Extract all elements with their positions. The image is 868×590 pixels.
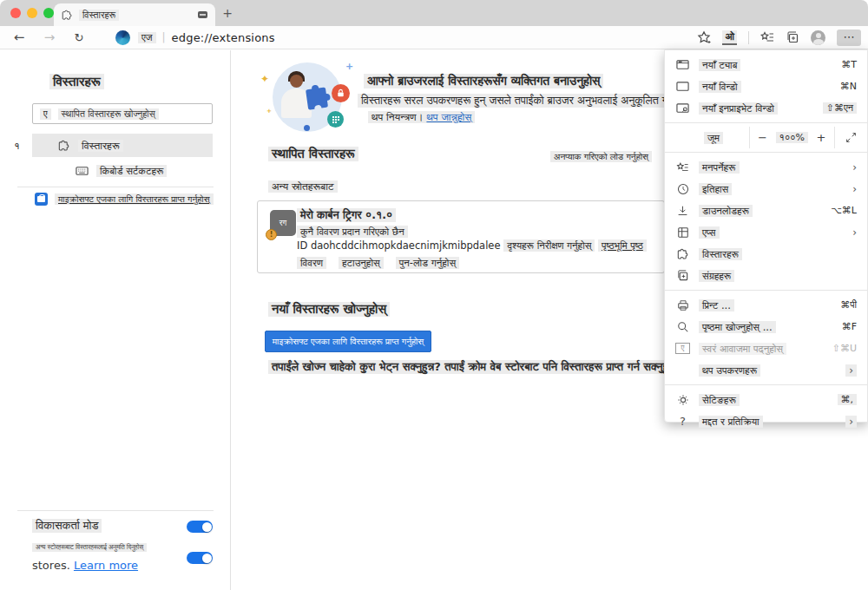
close-window-button[interactable] [10, 8, 21, 18]
menu-item-new-tab[interactable]: नयाँ ट्याब ⌘T [665, 54, 867, 75]
favorite-star-icon[interactable] [697, 30, 711, 44]
get-extensions-button[interactable]: माइक्रोसफ्ट एजका लागि विस्तारहरू प्राप्त… [265, 331, 431, 352]
menu-item-label: स्वरं आवाजमा पढ्नुहोस् [699, 343, 786, 355]
menu-divider [665, 384, 867, 385]
sparkle-icon: + [345, 61, 353, 72]
menu-item-apps[interactable]: एप्स › [665, 221, 867, 243]
search-input[interactable]: ए स्थापित विस्तारहरू खोज्नुहोस् [32, 103, 213, 124]
puzzle-icon [58, 140, 70, 152]
settings-and-more-button[interactable]: ⋯ [837, 30, 861, 46]
collections-icon[interactable] [786, 30, 799, 44]
toolbar-divider [748, 31, 749, 44]
calculator-icon [327, 111, 344, 128]
menu-item-collections[interactable]: संग्रहहरू [665, 265, 867, 286]
sparkle-icon: ＋ [266, 106, 273, 115]
sidebar-item-keyboard-shortcuts[interactable]: किबोर्ड सर्टकटहरू [32, 161, 213, 181]
search-icon: ए [40, 108, 51, 120]
tab-title: विस्तारहरू [79, 10, 119, 21]
menu-item-help-and-feedback[interactable]: ? मद्दत र प्रतिक्रिया › [665, 410, 867, 432]
menu-divider [665, 290, 867, 291]
menu-item-extensions[interactable]: विस्तारहरू [665, 243, 867, 265]
zoom-out-button[interactable]: − [750, 131, 776, 144]
lock-icon [332, 84, 350, 102]
extension-actions: विवरण हटाउनुहोस् पुन-लोड गर्नुहोस् [297, 257, 459, 269]
background-page-link[interactable]: पृष्ठभूमि पृष्ठ [598, 239, 647, 252]
inspect-views-label: दृश्यहरू निरीक्षण गर्नुहोस् [503, 239, 595, 252]
menu-item-label: डाउनलोडहरू [699, 205, 753, 217]
menu-item-find-on-page[interactable]: पृष्ठमा खोज्नुहोस् ... ⌘F [665, 316, 867, 338]
menu-item-new-inprivate-window[interactable]: नयाँ इनप्राइभेट विन्डो ⇧⌘एन [665, 97, 867, 119]
chrome-store-note: तपाईंले खोज्न चाहेको कुरा भेट्न सक्नुहुन… [268, 360, 683, 374]
tab-bar: विस्तारहरू + [0, 0, 868, 26]
active-tab[interactable]: विस्तारहरू [54, 3, 215, 26]
menu-item-downloads[interactable]: डाउनलोडहरू ⌥⌘L [665, 200, 867, 221]
menu-item-shortcut: ⇧⌘एन [823, 102, 857, 114]
developer-mode-label: विकासकर्ता मोड [32, 519, 102, 533]
hero-illustration: ✦ + ＋ [260, 61, 361, 135]
load-unpacked-button[interactable]: अनप्याक गरिएको लोड गर्नुहोस् [550, 151, 652, 162]
toolbar: ← → ↻ एज | edge://extensions ओ ⋯ [0, 26, 868, 49]
extension-description: कुनै विवरण प्रदान गरिएको छैन [297, 226, 408, 238]
favorites-list-icon[interactable] [760, 30, 774, 44]
zoom-in-button[interactable]: + [808, 131, 834, 144]
maximize-window-button[interactable] [43, 8, 54, 18]
apps-icon [675, 226, 690, 239]
new-tab-icon [675, 59, 690, 70]
sparkle-icon: ✦ [260, 73, 269, 85]
downloads-icon [675, 205, 690, 217]
menu-item-settings[interactable]: सेटिङहरू ⌘, [665, 389, 867, 410]
puzzle-favicon-icon [62, 10, 73, 21]
menu-item-print[interactable]: प्रिन्ट ... ⌘पी [665, 294, 867, 316]
sidebar-item-extensions[interactable]: विस्तारहरू [32, 134, 213, 157]
address-bar[interactable]: edge://extensions [172, 31, 275, 44]
forward-button[interactable]: → [39, 30, 60, 45]
browser-menu: नयाँ ट्याब ⌘T नयाँ विन्डो ⌘N नयाँ इनप्रा… [664, 49, 868, 423]
back-button[interactable]: ← [9, 30, 30, 45]
allow-other-stores-toggle[interactable] [187, 552, 213, 564]
learn-more-link[interactable]: थप जान्नुहोस् [426, 111, 471, 123]
menu-item-label: थप उपकरणहरू [699, 364, 760, 377]
collections-icon [675, 269, 690, 282]
zoom-label: जूम [704, 132, 723, 144]
menu-item-label: पृष्ठमा खोज्नुहोस् ... [699, 321, 776, 333]
tab-indicator-icon [198, 11, 207, 18]
chevron-right-icon: › [852, 183, 857, 195]
details-button[interactable]: विवरण [297, 257, 326, 269]
sidebar-item-label: विस्तारहरू [78, 140, 123, 152]
menu-item-shortcut: ⌘T [841, 59, 857, 70]
menu-item-favorites[interactable]: मनपर्नेहरू › [665, 156, 867, 178]
read-aloud-icon: ए [675, 343, 690, 354]
profile-avatar[interactable] [811, 30, 825, 45]
menu-item-label: मद्दत र प्रतिक्रिया [699, 416, 763, 428]
menu-item-history[interactable]: इतिहास › [665, 178, 867, 200]
menu-item-new-window[interactable]: नयाँ विन्डो ⌘N [665, 75, 867, 97]
allow-stores-text: अन्य स्टोरहरूबाट विस्तारहरूलाई अनुमति दि… [32, 543, 147, 552]
learn-more-link[interactable]: Learn more [74, 559, 138, 572]
menu-item-read-aloud: ए स्वरं आवाजमा पढ्नुहोस् ⇧⌘U [665, 338, 867, 359]
menu-item-label: नयाँ इनप्राइभेट विन्डो [699, 102, 778, 115]
get-extensions-link[interactable]: माइक्रोसफ्ट एजका लागि विस्तारहरू प्राप्त… [35, 193, 214, 206]
edge-logo-icon [115, 30, 130, 45]
print-icon [675, 299, 690, 311]
menu-item-more-tools[interactable]: थप उपकरणहरू › [665, 359, 867, 381]
new-tab-button[interactable]: + [220, 6, 234, 20]
find-icon [675, 321, 690, 333]
menu-divider [665, 152, 867, 153]
developer-mode-toggle[interactable] [187, 521, 213, 533]
minimize-window-button[interactable] [27, 8, 37, 18]
menu-item-label: प्रिन्ट ... [699, 299, 734, 311]
fullscreen-icon[interactable] [835, 132, 867, 143]
get-extensions-label: माइक्रोसफ्ट एजका लागि विस्तारहरू प्राप्त… [55, 193, 214, 205]
reload-button[interactable]: पुन-लोड गर्नुहोस् [396, 257, 459, 269]
extensions-icon [675, 248, 690, 260]
sidebar-divider [17, 187, 214, 187]
error-badge-icon[interactable]: ! [266, 229, 277, 240]
menu-item-label: संग्रहहरू [699, 270, 734, 282]
menu-zoom-row: जूम − १००% + [665, 127, 867, 148]
hero-more: थप नियन्त्रण। थप जान्नुहोस् [368, 111, 475, 123]
reload-button[interactable]: ↻ [69, 31, 89, 44]
chevron-right-icon: › [852, 161, 857, 174]
extension-o-button[interactable]: ओ [722, 30, 737, 45]
menu-item-shortcut: ⌘N [840, 81, 857, 92]
remove-button[interactable]: हटाउनुहोस् [339, 257, 384, 269]
